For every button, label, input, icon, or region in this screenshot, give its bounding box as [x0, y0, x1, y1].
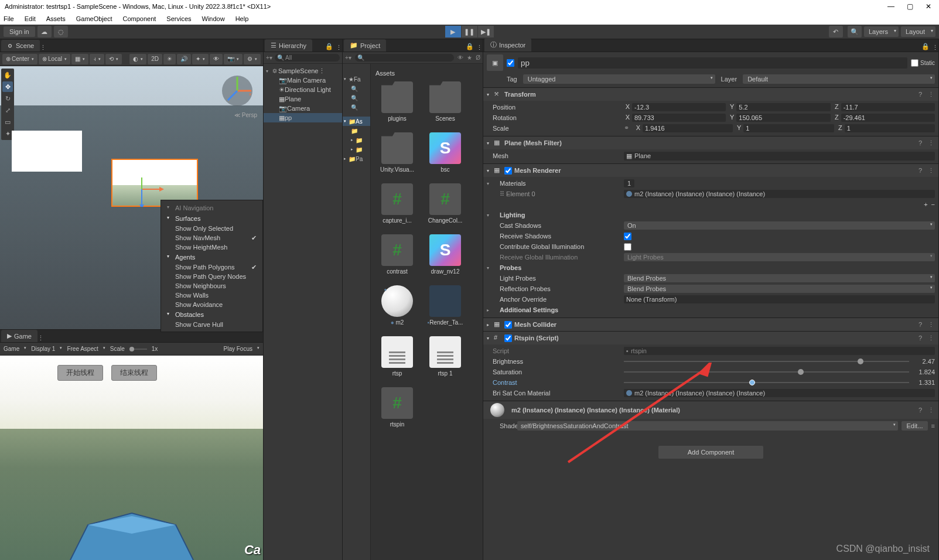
ainav-agents[interactable]: Agents: [161, 252, 262, 262]
2d-button[interactable]: 2D: [148, 54, 162, 64]
aspect-dd[interactable]: Free Aspect: [67, 346, 105, 352]
pos-y[interactable]: [736, 103, 830, 111]
brisatcon-material-field[interactable]: m2 (Instance) (Instance) (Instance) (Ins…: [624, 389, 935, 397]
menu-services[interactable]: Services: [165, 14, 192, 23]
gizmos-button[interactable]: ⚙: [244, 54, 261, 64]
signin-button[interactable]: Sign in: [4, 26, 35, 37]
persp-label[interactable]: ≪ Persp: [234, 112, 257, 118]
asset-draw_nv12[interactable]: Sdraw_nv12: [421, 234, 469, 275]
ainav-show-walls[interactable]: Show Walls: [161, 291, 262, 300]
brightness-slider[interactable]: 2.47: [624, 358, 935, 365]
pause-button[interactable]: ❚❚: [462, 26, 478, 37]
gameobject-name-input[interactable]: [518, 57, 907, 69]
hierarchy-tab-menu[interactable]: ⋮: [336, 44, 342, 52]
mesh-field[interactable]: ▦ Plane: [624, 152, 935, 161]
rotate-tool[interactable]: ↻: [2, 93, 13, 104]
contrast-slider[interactable]: 1.331: [624, 379, 935, 386]
ainav-show-carve[interactable]: Show Carve Hull: [161, 320, 262, 329]
tree-packages[interactable]: ▸📁 Pa: [343, 154, 370, 163]
static-checkbox[interactable]: [911, 59, 918, 67]
tree-assets-sub3[interactable]: ▸📁: [343, 145, 370, 154]
asset-rtsp[interactable]: rtsp: [373, 336, 421, 377]
playfocus-dd[interactable]: Play Focus: [224, 346, 259, 352]
saturation-slider[interactable]: 1.824: [624, 368, 935, 375]
game-mode-dd[interactable]: Game: [4, 346, 26, 352]
snap-button[interactable]: ⫞: [90, 54, 104, 64]
meshrenderer-header[interactable]: ▾▦Mesh Renderer?⋮: [483, 164, 938, 177]
ainav-show-only-selected[interactable]: Show Only Selected: [161, 224, 262, 233]
grid-button[interactable]: ▦: [71, 54, 88, 64]
menu-gameobject[interactable]: GameObject: [75, 14, 114, 23]
meshrenderer-enabled[interactable]: [504, 167, 512, 175]
pivot-mode-button[interactable]: ⊕Center: [2, 54, 37, 64]
move-tool[interactable]: ✥: [2, 81, 13, 92]
shader-menu-icon[interactable]: ≡: [931, 422, 935, 429]
settings-icon[interactable]: ◌: [54, 26, 68, 37]
hierarchy-lock-icon[interactable]: 🔒: [323, 42, 336, 52]
ainav-show-path-poly[interactable]: Show Path Polygons✔: [161, 262, 262, 272]
ainav-obstacles[interactable]: Obstacles: [161, 309, 262, 320]
rot-y[interactable]: [736, 114, 830, 122]
anchor-override-field[interactable]: None (Transform): [624, 295, 935, 303]
tree-assets[interactable]: ▾📁 As: [343, 117, 370, 126]
asset-rtsp-1[interactable]: rtsp 1: [421, 336, 469, 377]
material-element0[interactable]: m2 (Instance) (Instance) (Instance) (Ins…: [624, 190, 935, 198]
rtspin-header[interactable]: ▾#Rtspin (Script)?⋮: [483, 332, 938, 344]
start-thread-button[interactable]: 开始线程: [57, 365, 103, 381]
meshfilter-header[interactable]: ▾▦Plane (Mesh Filter)?⋮: [483, 136, 938, 149]
ainav-show-navmesh[interactable]: Show NavMesh✔: [161, 233, 262, 243]
create-button[interactable]: +▾: [266, 54, 272, 61]
reflection-probes-dd[interactable]: Blend Probes: [624, 285, 935, 293]
hier-item-camera[interactable]: 📷 Main Camera: [264, 76, 342, 85]
project-filter-icon[interactable]: 👁: [457, 54, 463, 61]
asset-bsc[interactable]: Sbsc: [421, 132, 469, 173]
rot-x[interactable]: [632, 114, 726, 122]
ainav-show-path-query[interactable]: Show Path Query Nodes: [161, 272, 262, 281]
receive-shadows-checkbox[interactable]: [624, 233, 631, 240]
tree-fav-search3[interactable]: 🔍: [343, 103, 370, 112]
scale-y[interactable]: [743, 124, 834, 132]
shader-dropdown[interactable]: self/BrightnessSaturationAndContrast: [517, 421, 898, 431]
mat-remove-button[interactable]: −: [931, 201, 935, 208]
project-search[interactable]: 🔍: [355, 54, 454, 62]
project-hidden-icon[interactable]: Ø: [476, 54, 480, 61]
contrib-gi-checkbox[interactable]: [624, 243, 631, 251]
end-thread-button[interactable]: 结束线程: [111, 365, 157, 381]
light-probes-dd[interactable]: Blend Probes: [624, 274, 935, 282]
tree-favorites[interactable]: ▾★ Fa: [343, 74, 370, 84]
asset-m2[interactable]: ●● m2: [373, 285, 421, 326]
layers-dropdown[interactable]: Layers: [864, 26, 899, 37]
add-component-button[interactable]: Add Component: [658, 446, 764, 459]
asset-Scenes[interactable]: Scenes: [421, 81, 469, 122]
inspector-tab-menu[interactable]: ⋮: [932, 44, 938, 52]
ainav-show-heightmesh[interactable]: Show HeightMesh: [161, 243, 262, 252]
lighting-button[interactable]: ☀: [163, 54, 176, 64]
rect-tool[interactable]: ▭: [2, 117, 13, 127]
draw-mode-button[interactable]: ◐: [129, 54, 146, 64]
menu-help[interactable]: Help: [234, 14, 250, 23]
asset-Render_Ta-[interactable]: ▪Render_Ta...: [421, 285, 469, 326]
hierarchy-tab[interactable]: ☰ Hierarchy: [265, 39, 312, 52]
increment-button[interactable]: ⟲: [105, 54, 122, 64]
asset-contrast[interactable]: #contrast: [373, 234, 421, 275]
menu-assets[interactable]: Assets: [45, 14, 67, 23]
minimize-icon[interactable]: —: [887, 3, 894, 10]
hier-item-camera2[interactable]: 📷 Camera: [264, 104, 342, 113]
tag-dropdown[interactable]: Untagged: [523, 74, 715, 84]
project-tab[interactable]: 📁 Project: [344, 39, 386, 52]
asset-ChangeCol-[interactable]: #ChangeCol...: [421, 183, 469, 224]
scale-z[interactable]: [845, 124, 935, 132]
inspector-tab[interactable]: ⓘ Inspector: [484, 38, 531, 52]
audio-button[interactable]: 🔊: [177, 54, 191, 64]
gameobject-icon[interactable]: ▣: [487, 54, 503, 71]
menu-file[interactable]: File: [2, 14, 15, 23]
meshcollider-enabled[interactable]: [504, 321, 512, 329]
rot-z[interactable]: [841, 114, 935, 122]
pos-x[interactable]: [632, 103, 726, 111]
project-lock-icon[interactable]: 🔒: [463, 42, 476, 52]
camera-button[interactable]: 📷: [224, 54, 243, 64]
pos-z[interactable]: [841, 103, 935, 111]
cloud-icon[interactable]: ☁: [37, 26, 52, 37]
step-button[interactable]: ▶❚: [478, 26, 494, 37]
game-tab-menu[interactable]: ⋮: [37, 334, 44, 342]
